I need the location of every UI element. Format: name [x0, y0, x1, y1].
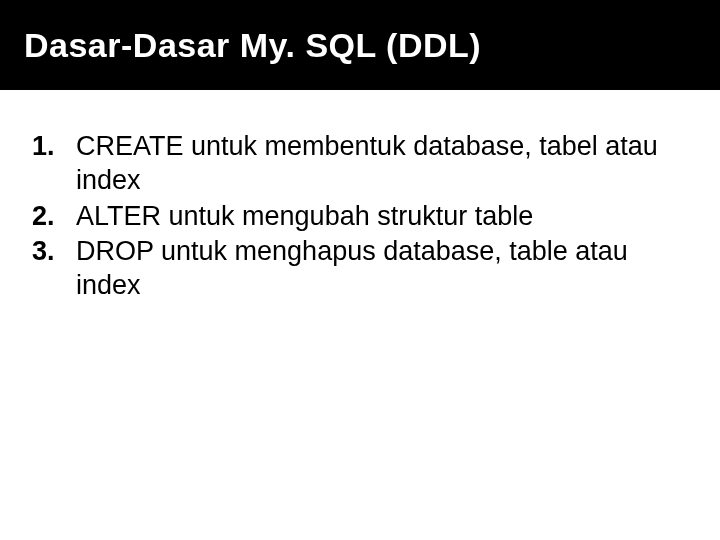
list-item: CREATE untuk membentuk database, tabel a…: [22, 130, 680, 198]
title-bar: Dasar-Dasar My. SQL (DDL): [0, 0, 720, 90]
list-item: DROP untuk menghapus database, table ata…: [22, 235, 680, 303]
ddl-list: CREATE untuk membentuk database, tabel a…: [22, 130, 680, 303]
list-item: ALTER untuk mengubah struktur table: [22, 200, 680, 234]
slide-content: CREATE untuk membentuk database, tabel a…: [22, 130, 680, 305]
slide: Dasar-Dasar My. SQL (DDL) CREATE untuk m…: [0, 0, 720, 540]
slide-title: Dasar-Dasar My. SQL (DDL): [24, 26, 481, 65]
